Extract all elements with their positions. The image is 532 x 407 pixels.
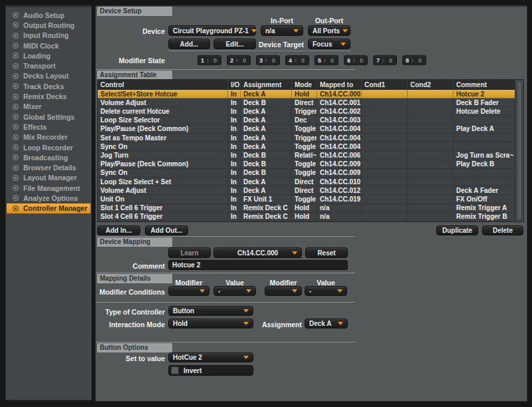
cell-io: In (228, 151, 241, 159)
sidebar-item[interactable]: Audio Setup (6, 10, 91, 20)
table-row[interactable]: Unit On In FX Unit 1 Toggle Ch14.CC.019 … (98, 195, 515, 204)
sidebar-item-label: Track Decks (23, 82, 64, 90)
sidebar-item[interactable]: Transport (6, 61, 91, 70)
sidebar-item[interactable]: Broadcasting (6, 152, 91, 162)
modifier-state-indicator[interactable]: 8 0 (402, 55, 426, 65)
radio-bullet-icon (13, 104, 19, 110)
table-row[interactable]: Jog Turn In Deck B Relati~ Ch14.CC.006 J… (98, 151, 515, 160)
chevron-down-icon (200, 289, 205, 293)
modifier-state-indicator[interactable]: 6 0 (344, 55, 368, 65)
sidebar-item[interactable]: Output Routing (6, 20, 91, 30)
sidebar-item[interactable]: Layout Manager (6, 173, 91, 183)
sidebar-item[interactable]: Remix Decks (6, 91, 91, 101)
condition1-modifier-select[interactable] (168, 286, 209, 296)
sidebar-item[interactable]: Effects (6, 122, 91, 132)
cell-io: In (228, 204, 241, 212)
sidebar-item[interactable]: Track Decks (6, 81, 91, 91)
table-row[interactable]: Loop Size Selector In Deck A Dec Ch14.CC… (98, 116, 515, 125)
modifier-state-indicator[interactable]: 2 0 (227, 55, 251, 65)
table-row[interactable]: Set as Tempo Master In Deck A Trigger Ch… (98, 134, 515, 142)
cell-cond1 (362, 107, 408, 115)
cell-mapped-to: Ch14.CC.009 (317, 169, 362, 177)
cell-mapped-to: Ch14.CC.004 (317, 125, 362, 133)
table-row[interactable]: Delete current Hotcue In Deck A Trigger … (98, 107, 515, 116)
cell-assignment: FX Unit 1 (241, 195, 292, 203)
edit-device-button[interactable]: Edit... (213, 39, 256, 49)
out-port-select[interactable]: All Ports (308, 25, 350, 36)
chevron-down-icon (342, 29, 348, 33)
sidebar-item[interactable]: Analyze Options (6, 193, 91, 203)
radio-bullet-icon (13, 154, 19, 160)
device-setup-separator (168, 51, 350, 51)
invert-checkbox[interactable] (171, 366, 179, 374)
cell-cond2 (408, 125, 454, 133)
invert-option[interactable]: Invert (168, 365, 253, 376)
column-header-mode[interactable]: Mode (292, 80, 317, 89)
in-port-select[interactable]: n/a (261, 25, 303, 36)
column-header-mapped-to[interactable]: Mapped to (317, 80, 362, 89)
table-row[interactable]: Play/Pause (Deck Common) In Deck A Toggl… (98, 125, 515, 134)
cell-mapped-to: Ch14.CC.009 (317, 160, 362, 168)
learn-button[interactable]: Learn (168, 247, 211, 258)
modifier-state-indicator[interactable]: 7 0 (373, 55, 397, 65)
sidebar-item[interactable]: MIDI Clock (6, 41, 91, 51)
device-select[interactable]: Circuit Playground PZ-1 (168, 25, 256, 36)
modifier-state-indicator[interactable]: 4 0 (285, 55, 309, 65)
sidebar-item[interactable]: Global Settings (6, 112, 91, 122)
sidebar-item[interactable]: File Management (6, 183, 91, 193)
add-out-button[interactable]: Add Out... (145, 225, 188, 235)
table-scrollbar-thumb[interactable] (517, 81, 522, 220)
column-header-comment[interactable]: Comment (454, 80, 515, 89)
cell-cond1 (362, 213, 408, 221)
table-row[interactable]: Loop Size Select + Set In Deck A Direct … (98, 178, 515, 186)
sidebar-item[interactable]: Loop Recorder (6, 142, 91, 152)
modifier-state-indicator[interactable]: 3 0 (256, 55, 280, 65)
delete-button[interactable]: Delete (482, 225, 523, 235)
table-row[interactable]: Slot 4 Cell 6 Trigger In Remix Deck C Ho… (98, 213, 515, 221)
table-row[interactable]: Volume Adjust In Deck B Direct Ch14.CC.0… (98, 98, 515, 107)
column-header-cond1[interactable]: Cond1 (362, 80, 408, 89)
interaction-mode-value: Hold (173, 320, 188, 327)
table-row[interactable]: Slot 1 Cell 6 Trigger In Remix Deck C Ho… (98, 204, 515, 213)
reset-button[interactable]: Reset (305, 247, 348, 258)
sidebar-item[interactable]: Decks Layout (6, 71, 91, 81)
device-target-select[interactable]: Focus (308, 39, 350, 49)
column-header-control[interactable]: Control (98, 80, 228, 89)
cell-cond2 (408, 178, 454, 186)
sidebar-item[interactable]: Browser Details (6, 162, 91, 172)
condition2-value-select[interactable]: - (305, 286, 347, 296)
add-in-button[interactable]: Add In... (97, 225, 140, 235)
modifier-state-indicator[interactable]: 5 0 (315, 55, 338, 65)
column-header-cond2[interactable]: Cond2 (408, 80, 454, 89)
modifier-value: 0 (268, 57, 279, 64)
table-row[interactable]: Select/Set+Store Hotcue In Deck A Hold C… (98, 90, 515, 98)
sidebar-item[interactable]: Mix Recorder (6, 132, 91, 142)
add-device-button[interactable]: Add... (168, 39, 210, 49)
condition2-modifier-select[interactable] (265, 286, 302, 296)
sidebar-item[interactable]: Input Routing (6, 31, 91, 41)
cell-cond1 (362, 98, 408, 106)
set-to-value-select[interactable]: HotCue 2 (168, 352, 253, 362)
duplicate-button[interactable]: Duplicate (436, 225, 478, 235)
table-row[interactable]: Play/Pause (Deck Common) In Deck B Toggl… (98, 160, 515, 169)
assignment-select[interactable]: Deck A (305, 319, 348, 329)
column-header-assignment[interactable]: Assignment (241, 80, 292, 89)
cell-mapped-to: Ch14.CC.002 (317, 107, 362, 115)
table-row[interactable]: Volume Adjust In Deck A Direct Ch14.CC.0… (98, 186, 515, 195)
cell-cond2 (408, 186, 454, 194)
comment-input[interactable] (168, 260, 348, 270)
type-of-controller-select[interactable]: Button (168, 306, 253, 316)
table-scrollbar[interactable] (515, 80, 523, 221)
table-row[interactable]: Sync On In Deck A Toggle Ch14.CC.004 (98, 142, 515, 151)
interaction-mode-select[interactable]: Hold (168, 319, 253, 329)
table-row[interactable]: Sync On In Deck B Toggle Ch14.CC.009 (98, 169, 515, 178)
cell-assignment: Deck B (241, 98, 292, 106)
mapped-control-select[interactable]: Ch14.CC.000 (213, 247, 302, 258)
sidebar-item[interactable]: Loading (6, 51, 91, 61)
sidebar-item[interactable]: Controller Manager (7, 204, 90, 213)
condition1-value-select[interactable]: - (213, 286, 256, 296)
modifier-state-indicator[interactable]: 1 0 (198, 55, 221, 65)
modifier-number: 8 (403, 57, 412, 64)
sidebar-item[interactable]: Mixer (6, 102, 91, 112)
column-header-io[interactable]: I/O (228, 80, 241, 89)
